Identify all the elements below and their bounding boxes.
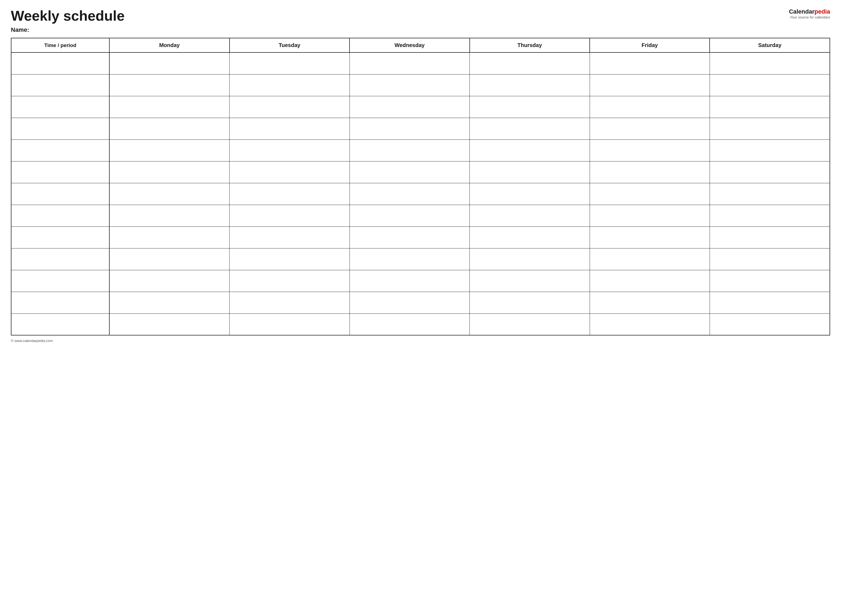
time-cell[interactable] (11, 248, 109, 270)
schedule-cell[interactable] (109, 53, 229, 74)
schedule-cell[interactable] (470, 248, 590, 270)
col-header-time: Time / period (11, 38, 109, 53)
schedule-cell[interactable] (470, 74, 590, 96)
schedule-cell[interactable] (229, 226, 350, 248)
table-row (11, 226, 830, 248)
schedule-cell[interactable] (229, 270, 350, 292)
schedule-cell[interactable] (109, 292, 229, 314)
time-cell[interactable] (11, 270, 109, 292)
schedule-cell[interactable] (590, 292, 710, 314)
schedule-cell[interactable] (710, 139, 830, 161)
schedule-cell[interactable] (229, 139, 350, 161)
schedule-cell[interactable] (109, 205, 229, 226)
table-row (11, 161, 830, 183)
schedule-cell[interactable] (590, 248, 710, 270)
logo-calendar: Calendar (789, 8, 815, 15)
schedule-cell[interactable] (590, 183, 710, 205)
schedule-cell[interactable] (470, 53, 590, 74)
schedule-cell[interactable] (710, 292, 830, 314)
schedule-cell[interactable] (229, 118, 350, 139)
schedule-cell[interactable] (229, 248, 350, 270)
time-cell[interactable] (11, 292, 109, 314)
schedule-cell[interactable] (109, 183, 229, 205)
schedule-cell[interactable] (109, 248, 229, 270)
schedule-cell[interactable] (470, 118, 590, 139)
schedule-cell[interactable] (350, 53, 469, 74)
schedule-cell[interactable] (109, 74, 229, 96)
schedule-cell[interactable] (229, 183, 350, 205)
table-header-row: Time / period Monday Tuesday Wednesday T… (11, 38, 830, 53)
schedule-cell[interactable] (229, 161, 350, 183)
schedule-cell[interactable] (590, 74, 710, 96)
schedule-cell[interactable] (470, 270, 590, 292)
schedule-cell[interactable] (350, 205, 469, 226)
schedule-cell[interactable] (229, 314, 350, 335)
schedule-cell[interactable] (350, 74, 469, 96)
schedule-cell[interactable] (710, 270, 830, 292)
schedule-cell[interactable] (710, 53, 830, 74)
schedule-cell[interactable] (109, 314, 229, 335)
time-cell[interactable] (11, 53, 109, 74)
schedule-cell[interactable] (470, 292, 590, 314)
schedule-cell[interactable] (350, 314, 469, 335)
schedule-cell[interactable] (590, 270, 710, 292)
schedule-cell[interactable] (350, 226, 469, 248)
schedule-cell[interactable] (470, 314, 590, 335)
schedule-cell[interactable] (229, 205, 350, 226)
schedule-cell[interactable] (109, 270, 229, 292)
schedule-cell[interactable] (710, 226, 830, 248)
schedule-cell[interactable] (350, 161, 469, 183)
schedule-cell[interactable] (590, 139, 710, 161)
schedule-cell[interactable] (470, 205, 590, 226)
time-cell[interactable] (11, 205, 109, 226)
schedule-cell[interactable] (590, 96, 710, 118)
schedule-cell[interactable] (590, 118, 710, 139)
schedule-cell[interactable] (470, 183, 590, 205)
schedule-cell[interactable] (470, 226, 590, 248)
schedule-cell[interactable] (710, 96, 830, 118)
time-cell[interactable] (11, 74, 109, 96)
schedule-cell[interactable] (109, 96, 229, 118)
time-cell[interactable] (11, 96, 109, 118)
col-header-tuesday: Tuesday (229, 38, 350, 53)
schedule-cell[interactable] (470, 161, 590, 183)
schedule-cell[interactable] (350, 248, 469, 270)
page-title: Weekly schedule (11, 8, 125, 23)
schedule-cell[interactable] (109, 139, 229, 161)
schedule-cell[interactable] (590, 161, 710, 183)
schedule-cell[interactable] (710, 205, 830, 226)
schedule-cell[interactable] (350, 270, 469, 292)
schedule-cell[interactable] (229, 292, 350, 314)
table-row (11, 183, 830, 205)
schedule-cell[interactable] (590, 205, 710, 226)
schedule-cell[interactable] (590, 226, 710, 248)
time-cell[interactable] (11, 139, 109, 161)
schedule-cell[interactable] (229, 74, 350, 96)
schedule-cell[interactable] (590, 314, 710, 335)
time-cell[interactable] (11, 118, 109, 139)
schedule-cell[interactable] (229, 96, 350, 118)
schedule-cell[interactable] (350, 118, 469, 139)
schedule-cell[interactable] (710, 74, 830, 96)
schedule-cell[interactable] (109, 226, 229, 248)
schedule-cell[interactable] (109, 118, 229, 139)
schedule-cell[interactable] (229, 53, 350, 74)
col-header-thursday: Thursday (470, 38, 590, 53)
schedule-cell[interactable] (590, 53, 710, 74)
schedule-cell[interactable] (350, 292, 469, 314)
schedule-cell[interactable] (109, 161, 229, 183)
schedule-cell[interactable] (710, 183, 830, 205)
schedule-cell[interactable] (350, 139, 469, 161)
schedule-cell[interactable] (470, 139, 590, 161)
schedule-cell[interactable] (470, 96, 590, 118)
schedule-cell[interactable] (710, 248, 830, 270)
schedule-cell[interactable] (710, 314, 830, 335)
schedule-cell[interactable] (710, 118, 830, 139)
time-cell[interactable] (11, 314, 109, 335)
time-cell[interactable] (11, 226, 109, 248)
time-cell[interactable] (11, 183, 109, 205)
schedule-cell[interactable] (710, 161, 830, 183)
time-cell[interactable] (11, 161, 109, 183)
schedule-cell[interactable] (350, 96, 469, 118)
schedule-cell[interactable] (350, 183, 469, 205)
